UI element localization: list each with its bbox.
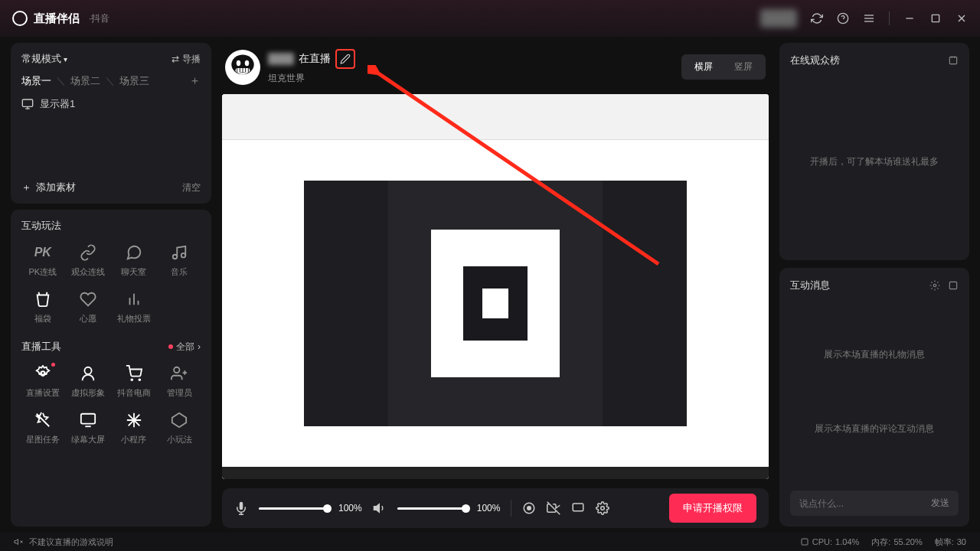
orientation-vertical[interactable]: 竖屏 <box>724 57 763 77</box>
menu-icon[interactable] <box>863 12 875 24</box>
right-column: 在线观众榜 开播后，可了解本场谁送礼最多 互动消息 展示本场直播的礼物消息 展示… <box>775 37 980 533</box>
minimize-icon[interactable] <box>903 12 916 24</box>
svg-marker-24 <box>172 413 186 427</box>
messages-title: 互动消息 <box>790 279 830 292</box>
speaker-percent: 100% <box>477 503 501 514</box>
msg-comment-placeholder: 展示本场直播的评论互动消息 <box>815 422 934 435</box>
mode-select[interactable]: 常规模式 <box>21 52 67 66</box>
svg-point-28 <box>245 60 250 65</box>
status-fps: 帧率:30 <box>935 536 966 548</box>
refresh-icon[interactable] <box>811 12 823 24</box>
svg-point-11 <box>173 255 178 259</box>
mic-percent: 100% <box>338 503 362 514</box>
tool-greenscreen[interactable]: 绿幕大屏 <box>67 408 110 448</box>
svg-rect-39 <box>573 504 584 511</box>
svg-rect-48 <box>802 539 808 545</box>
tool-pk[interactable]: PKPK连线 <box>21 240 64 281</box>
help-icon[interactable] <box>837 12 849 24</box>
svg-point-42 <box>933 284 936 287</box>
tool-admin[interactable]: 管理员 <box>158 361 201 402</box>
svg-rect-41 <box>949 57 956 64</box>
camera-off-icon[interactable] <box>547 501 560 515</box>
stream-category[interactable]: 坦克世界 <box>268 72 355 85</box>
mute-icon[interactable] <box>14 537 23 546</box>
status-warning[interactable]: 不建议直播的游戏说明 <box>29 536 113 548</box>
tool-avatar[interactable]: 虚拟形象 <box>67 361 110 402</box>
tool-miniprogram[interactable]: 小程序 <box>113 408 155 448</box>
svg-rect-21 <box>81 414 95 424</box>
scene-tab-3[interactable]: 场景三 <box>119 74 149 88</box>
user-name-blurred <box>760 9 797 28</box>
start-stream-button[interactable]: 申请开播权限 <box>669 494 756 523</box>
popout-icon[interactable] <box>948 280 959 291</box>
scene-tab-2[interactable]: 场景二 <box>70 74 100 88</box>
svg-point-18 <box>131 379 132 380</box>
svg-point-37 <box>528 507 531 510</box>
streamer-name-blurred <box>268 53 294 65</box>
audience-panel: 在线观众榜 开播后，可了解本场谁送礼最多 <box>779 43 969 260</box>
svg-point-20 <box>174 367 179 373</box>
tool-star-task[interactable]: 星图任务 <box>21 408 64 448</box>
tool-chatroom[interactable]: 聊天室 <box>113 240 155 281</box>
live-status: 在直播 <box>299 52 331 66</box>
clear-sources-button[interactable]: 清空 <box>182 181 201 194</box>
source-item-monitor[interactable]: 显示器1 <box>21 97 201 111</box>
stream-header: 在直播 坦克世界 横屏 竖屏 <box>222 43 769 94</box>
tools-all-link[interactable]: 全部 › <box>168 341 201 354</box>
svg-point-12 <box>181 253 186 258</box>
scene-panel: 常规模式 ⇄ 导播 场景一＼ 场景二＼ 场景三 ＋ 显示器1 ＋ 添加素材 清空 <box>11 43 211 204</box>
left-sidebar: 常规模式 ⇄ 导播 场景一＼ 场景二＼ 场景三 ＋ 显示器1 ＋ 添加素材 清空 <box>0 37 222 533</box>
app-logo: 直播伴侣 ·抖音 <box>12 11 109 26</box>
svg-rect-5 <box>932 15 939 21</box>
scene-tabs: 场景一＼ 场景二＼ 场景三 ＋ <box>21 73 201 88</box>
edit-title-button[interactable] <box>335 49 355 69</box>
audience-placeholder: 开播后，可了解本场谁送礼最多 <box>790 73 959 249</box>
orientation-toggle: 横屏 竖屏 <box>681 54 766 80</box>
record-icon[interactable] <box>522 501 536 515</box>
screen-icon[interactable] <box>571 501 585 515</box>
scene-tab-1[interactable]: 场景一 <box>21 74 51 88</box>
streamer-avatar[interactable] <box>225 50 260 85</box>
svg-point-19 <box>139 379 140 380</box>
tool-stream-settings[interactable]: 直播设置 <box>21 361 64 402</box>
orientation-horizontal[interactable]: 横屏 <box>684 57 724 77</box>
settings-icon[interactable] <box>596 501 609 515</box>
tool-minigame[interactable]: 小玩法 <box>158 408 201 448</box>
chat-input-wrap: 发送 <box>790 491 959 516</box>
chat-input[interactable] <box>799 498 931 509</box>
director-button[interactable]: ⇄ 导播 <box>172 53 201 66</box>
mic-icon[interactable] <box>234 501 248 515</box>
svg-marker-35 <box>374 504 379 513</box>
tool-luckybag[interactable]: 福袋 <box>21 287 64 328</box>
mic-slider[interactable] <box>259 507 328 510</box>
close-icon[interactable] <box>956 12 968 24</box>
add-source-button[interactable]: ＋ 添加素材 <box>21 181 76 194</box>
tool-gift-vote[interactable]: 礼物投票 <box>113 287 155 328</box>
preview-canvas[interactable] <box>222 94 769 479</box>
app-name: 直播伴侣 <box>34 11 80 26</box>
popout-icon[interactable] <box>948 55 959 66</box>
speaker-slider[interactable] <box>397 507 466 510</box>
tool-ecommerce[interactable]: 抖音电商 <box>113 361 155 402</box>
tool-wish[interactable]: 心愿 <box>67 287 110 328</box>
speaker-icon[interactable] <box>373 501 387 515</box>
tool-music[interactable]: 音乐 <box>158 240 201 281</box>
interactive-panel: 互动玩法 PKPK连线 观众连线 聊天室 音乐 福袋 心愿 礼物投票 直播工具 … <box>11 210 211 527</box>
status-mem: 内存: 55.20% <box>871 536 922 548</box>
chat-send-button[interactable]: 发送 <box>931 497 949 510</box>
titlebar: 直播伴侣 ·抖音 <box>0 0 980 37</box>
svg-point-27 <box>237 60 241 65</box>
add-scene-button[interactable]: ＋ <box>189 73 201 88</box>
svg-rect-8 <box>22 99 32 106</box>
svg-point-40 <box>601 507 605 510</box>
tool-audience-link[interactable]: 观众连线 <box>67 240 110 281</box>
svg-marker-45 <box>15 540 18 545</box>
gear-icon[interactable] <box>929 280 940 291</box>
tools-title: 直播工具 <box>21 340 61 354</box>
svg-point-17 <box>85 367 92 374</box>
control-bar: 100% 100% 申请开播权限 <box>222 488 769 528</box>
app-sub: ·抖音 <box>89 12 109 25</box>
msg-gift-placeholder: 展示本场直播的礼物消息 <box>824 348 925 361</box>
maximize-icon[interactable] <box>929 12 942 24</box>
logo-icon <box>12 11 28 26</box>
